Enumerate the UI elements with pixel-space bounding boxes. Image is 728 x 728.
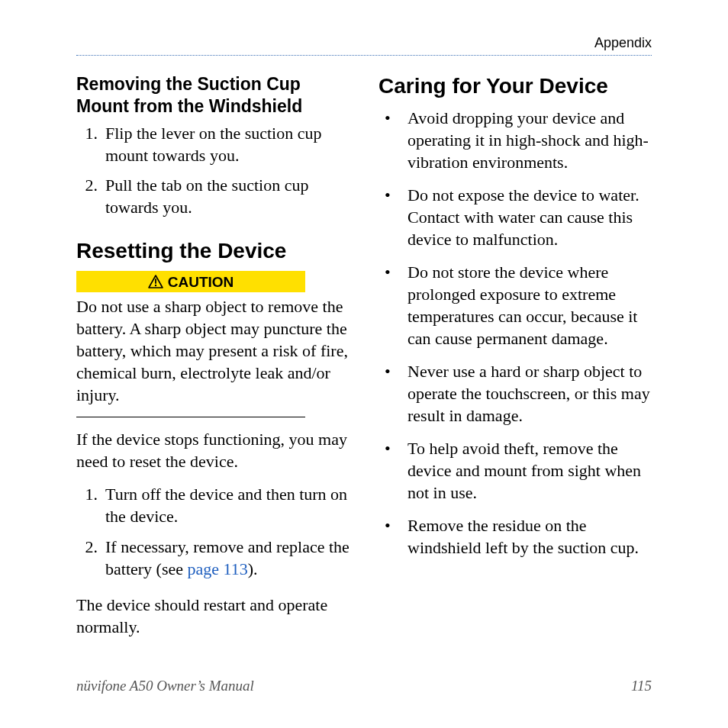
step-text: Flip the lever on the suction cup mount … [105, 124, 322, 165]
svg-point-2 [155, 285, 156, 286]
footer: nüvifone A50 Owner’s Manual 115 [76, 678, 652, 694]
step-text: Turn off the device and then turn on the… [105, 485, 347, 526]
heading-remove-suction: Removing the Suction Cup Mount from the … [76, 73, 350, 118]
header-section-label: Appendix [594, 35, 652, 51]
bullet-text: Remove the residue on the windshield lef… [407, 516, 639, 557]
divider [76, 417, 305, 417]
content-columns: Removing the Suction Cup Mount from the … [76, 73, 652, 659]
care-bullets: •Avoid dropping your device and operatin… [378, 107, 652, 559]
bullet-text: To help avoid theft, remove the device a… [407, 439, 641, 502]
list-item: •Avoid dropping your device and operatin… [378, 107, 652, 173]
list-item: •To help avoid theft, remove the device … [378, 437, 652, 504]
list-item: 2.Pull the tab on the suction cup toward… [76, 174, 350, 218]
bullet-text: Avoid dropping your device and operating… [407, 108, 649, 172]
warning-icon [148, 275, 163, 288]
left-column: Removing the Suction Cup Mount from the … [76, 73, 350, 659]
footer-title: nüvifone A50 Owner’s Manual [76, 678, 254, 694]
page-number: 115 [631, 678, 652, 694]
step-text: Pull the tab on the suction cup towards … [105, 176, 308, 217]
bullet-text: Do not store the device where prolonged … [407, 263, 637, 348]
list-item: 2.If necessary, remove and replace the b… [76, 536, 350, 580]
list-item: 1.Flip the lever on the suction cup moun… [76, 122, 350, 166]
caution-label: CAUTION [168, 272, 234, 292]
right-column: Caring for Your Device •Avoid dropping y… [378, 73, 652, 659]
list-item: •Remove the residue on the windshield le… [378, 514, 652, 559]
list-item: •Never use a hard or sharp object to ope… [378, 360, 652, 427]
step-text: If necessary, remove and replace the bat… [105, 537, 350, 578]
list-item: •Do not store the device where prolonged… [378, 261, 652, 350]
para-reset-intro: If the device stops functioning, you may… [76, 428, 350, 472]
list-item: •Do not expose the device to water. Cont… [378, 184, 652, 250]
steps-reset: 1.Turn off the device and then turn on t… [76, 483, 350, 579]
caution-text: Do not use a sharp object to remove the … [76, 295, 350, 406]
steps-remove-suction: 1.Flip the lever on the suction cup moun… [76, 122, 350, 218]
header-rule [76, 55, 652, 56]
bullet-text: Do not expose the device to water. Conta… [407, 185, 639, 249]
para-reset-outro: The device should restart and operate no… [76, 594, 350, 638]
caution-banner: CAUTION [76, 271, 305, 292]
heading-resetting: Resetting the Device [76, 238, 350, 264]
heading-caring: Caring for Your Device [378, 73, 652, 99]
page-link[interactable]: page 113 [188, 559, 248, 578]
bullet-text: Never use a hard or sharp object to oper… [407, 362, 650, 425]
list-item: 1.Turn off the device and then turn on t… [76, 483, 350, 527]
